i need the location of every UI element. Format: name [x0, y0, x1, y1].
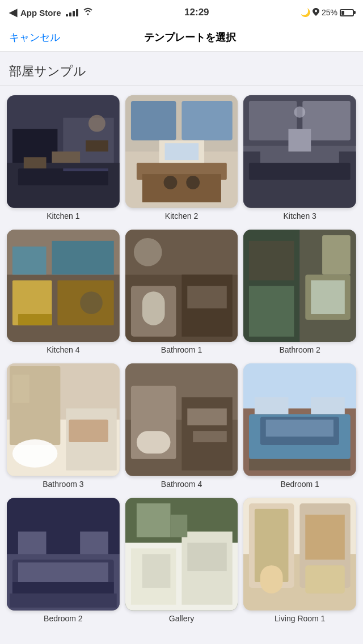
battery-percent: 25%: [322, 8, 337, 17]
svg-rect-105: [260, 565, 283, 594]
room-thumbnail-kitchen4: [7, 230, 120, 342]
room-item-bathroom3[interactable]: Bathroom 3: [7, 363, 120, 489]
room-thumbnail-bedroom2: [7, 498, 120, 611]
back-icon: ◀: [9, 6, 17, 19]
svg-rect-78: [266, 420, 334, 437]
svg-rect-6: [24, 157, 47, 168]
room-label-bathroom4: Bathroom 4: [161, 480, 202, 489]
svg-rect-10: [63, 168, 108, 171]
svg-point-20: [186, 176, 200, 189]
wifi-icon: [83, 7, 93, 18]
svg-rect-95: [187, 543, 227, 571]
svg-rect-76: [311, 397, 345, 414]
svg-rect-79: [249, 459, 351, 471]
svg-rect-70: [193, 431, 227, 443]
room-label-kitchen2: Kitchen 2: [165, 211, 198, 221]
svg-rect-88: [10, 594, 117, 608]
room-thumbnail-livingroom1: [243, 498, 356, 611]
svg-rect-69: [187, 409, 227, 426]
room-label-bathroom2: Bathroom 2: [279, 345, 320, 354]
svg-rect-14: [182, 101, 232, 141]
svg-point-9: [88, 115, 105, 132]
room-item-bathroom1[interactable]: Bathroom 1: [125, 230, 238, 355]
room-item-bathroom4[interactable]: Bathroom 4: [125, 363, 238, 489]
battery-icon: [340, 9, 354, 16]
room-label-livingroom1: Living Room 1: [275, 614, 326, 623]
svg-rect-28: [289, 129, 311, 152]
svg-rect-36: [52, 241, 113, 275]
svg-rect-45: [187, 286, 227, 308]
room-label-kitchen1: Kitchen 1: [47, 211, 79, 221]
svg-rect-106: [306, 565, 345, 594]
svg-rect-94: [137, 503, 171, 537]
status-bar: ◀ App Store 12:29 🌙 25%: [0, 0, 363, 25]
room-item-kitchen4[interactable]: Kitchen 4: [7, 230, 120, 355]
room-thumbnail-bathroom3: [7, 363, 120, 476]
status-left: ◀ App Store: [9, 6, 93, 19]
room-item-livingroom1[interactable]: Living Room 1: [243, 498, 356, 623]
room-item-bathroom2[interactable]: Bathroom 2: [243, 230, 356, 355]
svg-rect-16: [142, 174, 221, 202]
cancel-button[interactable]: キャンセル: [9, 31, 60, 44]
room-item-bedroom1[interactable]: Bedroom 1: [243, 363, 356, 489]
svg-rect-51: [311, 280, 345, 314]
svg-rect-87: [12, 582, 114, 594]
room-label-bathroom1: Bathroom 1: [161, 345, 202, 354]
svg-rect-13: [131, 101, 176, 141]
svg-rect-97: [142, 554, 170, 588]
room-label-bedroom2: Bedroom 2: [44, 614, 82, 623]
room-label-gallery: Gallery: [169, 614, 194, 623]
svg-rect-52: [249, 286, 294, 336]
room-item-kitchen3[interactable]: Kitchen 3: [243, 95, 356, 221]
room-thumbnail-kitchen3: [243, 95, 356, 208]
svg-point-38: [80, 291, 103, 314]
svg-rect-86: [80, 532, 108, 554]
status-time: 12:29: [184, 7, 209, 18]
svg-rect-37: [18, 314, 52, 325]
location-icon: [313, 8, 319, 18]
battery-fill: [341, 11, 344, 15]
moon-icon: 🌙: [301, 8, 310, 17]
status-right: 🌙 25%: [301, 8, 354, 18]
svg-point-60: [12, 439, 57, 468]
room-label-kitchen3: Kitchen 3: [283, 211, 316, 221]
room-thumbnail-bathroom4: [125, 363, 238, 476]
svg-rect-104: [306, 515, 345, 560]
svg-point-19: [163, 176, 177, 189]
room-label-bedroom1: Bedroom 1: [280, 480, 319, 489]
svg-rect-18: [164, 143, 199, 160]
svg-rect-44: [142, 291, 164, 325]
room-thumbnail-gallery: [125, 498, 238, 611]
svg-rect-85: [18, 532, 47, 554]
svg-rect-75: [255, 397, 289, 414]
nav-bar: キャンセル テンプレートを選択: [0, 25, 363, 52]
carrier-label: App Store: [20, 8, 61, 18]
svg-rect-35: [12, 246, 47, 274]
svg-rect-61: [69, 420, 108, 443]
nav-title: テンプレートを選択: [60, 31, 320, 44]
svg-rect-96: [170, 515, 187, 537]
svg-rect-54: [249, 241, 294, 281]
room-thumbnail-kitchen2: [125, 95, 238, 208]
signal-icon: [66, 9, 78, 16]
room-grid: Kitchen 1 Kitchen 2 Kitchen 3: [0, 91, 363, 628]
room-label-bathroom3: Bathroom 3: [43, 480, 83, 489]
section-header: 部屋サンプル: [0, 52, 363, 86]
room-item-bedroom2[interactable]: Bedroom 2: [7, 498, 120, 623]
room-thumbnail-bedroom1: [243, 363, 356, 476]
room-label-kitchen4: Kitchen 4: [47, 345, 79, 354]
svg-point-0: [315, 10, 317, 12]
room-item-kitchen1[interactable]: Kitchen 1: [7, 95, 120, 221]
svg-point-29: [294, 107, 306, 118]
svg-rect-7: [52, 151, 80, 163]
room-thumbnail-kitchen1: [7, 95, 120, 208]
svg-rect-26: [249, 163, 351, 180]
room-item-kitchen2[interactable]: Kitchen 2: [125, 95, 238, 221]
svg-rect-62: [12, 375, 29, 403]
room-thumbnail-bathroom2: [243, 230, 356, 342]
room-thumbnail-bathroom1: [125, 230, 238, 342]
room-item-gallery[interactable]: Gallery: [125, 498, 238, 623]
svg-point-46: [134, 238, 162, 266]
svg-rect-68: [137, 431, 171, 454]
svg-rect-53: [322, 235, 351, 275]
